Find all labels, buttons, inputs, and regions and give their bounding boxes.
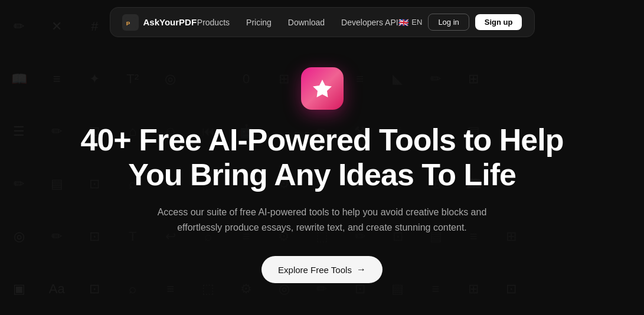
nav-link-api[interactable]: Developers API — [341, 18, 398, 27]
logo-text: AskYourPDF — [143, 17, 197, 27]
hero-title: 40+ Free AI-Powered Tools to Help You Br… — [80, 123, 564, 193]
nav-link-products[interactable]: Products — [197, 18, 230, 27]
svg-text:P: P — [126, 19, 130, 26]
nav-links: Products Pricing Download Developers API — [197, 18, 398, 27]
hero-subtitle: Access our suite of free AI-powered tool… — [139, 205, 505, 235]
nav-link-pricing[interactable]: Pricing — [246, 18, 272, 27]
signup-button[interactable]: Sign up — [475, 14, 522, 30]
arrow-icon: → — [357, 264, 366, 275]
hero-section: 40+ Free AI-Powered Tools to Help You Br… — [0, 0, 644, 315]
language-selector[interactable]: 🇬🇧 EN — [398, 18, 422, 27]
login-button[interactable]: Log in — [428, 14, 469, 31]
nav-link-download[interactable]: Download — [288, 18, 325, 27]
nav-right: 🇬🇧 EN Log in Sign up — [398, 14, 522, 31]
nav-logo[interactable]: P AskYourPDF — [122, 14, 197, 31]
flag-icon: 🇬🇧 — [398, 18, 408, 27]
logo-icon: P — [122, 14, 139, 31]
navbar: P AskYourPDF Products Pricing Download D… — [110, 7, 535, 37]
lang-label: EN — [411, 18, 422, 27]
explore-cta-label: Explore Free Tools — [278, 265, 352, 275]
app-icon — [301, 67, 344, 110]
explore-cta-button[interactable]: Explore Free Tools → — [261, 256, 383, 283]
